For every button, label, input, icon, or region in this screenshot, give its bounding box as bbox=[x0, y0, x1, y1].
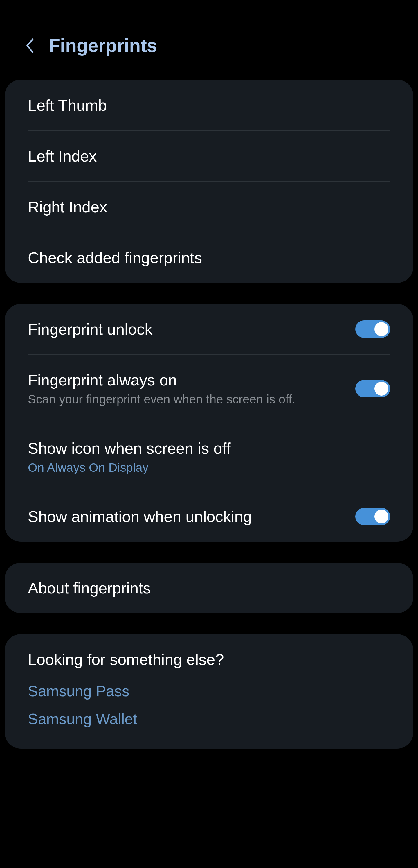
fingerprint-item-left-thumb[interactable]: Left Thumb bbox=[28, 80, 390, 131]
show-icon-label: Show icon when screen is off bbox=[28, 439, 390, 457]
toggle-knob bbox=[375, 382, 388, 396]
show-animation-toggle[interactable] bbox=[355, 508, 390, 525]
fingerprint-always-on-subtitle: Scan your fingerprint even when the scre… bbox=[28, 393, 355, 406]
fingerprint-unlock-toggle[interactable] bbox=[355, 320, 390, 338]
fingerprint-item-right-index[interactable]: Right Index bbox=[28, 182, 390, 232]
fingerprint-unlock-label: Fingerprint unlock bbox=[28, 320, 355, 338]
fingerprint-always-on-toggle[interactable] bbox=[355, 380, 390, 397]
about-fingerprints-button[interactable]: About fingerprints bbox=[5, 563, 413, 613]
show-animation-label: Show animation when unlocking bbox=[28, 507, 355, 526]
about-fingerprints-label: About fingerprints bbox=[28, 579, 390, 597]
footer-card: Looking for something else? Samsung Pass… bbox=[5, 634, 413, 749]
page-header: Fingerprints bbox=[0, 0, 418, 80]
back-icon[interactable] bbox=[23, 36, 37, 55]
show-animation-row[interactable]: Show animation when unlocking bbox=[28, 491, 390, 542]
fingerprint-always-on-label: Fingerprint always on bbox=[28, 371, 355, 389]
fingerprint-item-left-index[interactable]: Left Index bbox=[28, 131, 390, 182]
fingerprints-card: Left Thumb Left Index Right Index Check … bbox=[5, 80, 413, 283]
fingerprint-label: Left Index bbox=[28, 147, 390, 165]
samsung-wallet-link[interactable]: Samsung Wallet bbox=[28, 710, 390, 728]
samsung-pass-link[interactable]: Samsung Pass bbox=[28, 682, 390, 700]
check-fingerprints-button[interactable]: Check added fingerprints bbox=[28, 232, 390, 283]
fingerprint-unlock-row[interactable]: Fingerprint unlock bbox=[28, 304, 390, 355]
settings-card: Fingerprint unlock Fingerprint always on… bbox=[5, 304, 413, 542]
fingerprint-label: Left Thumb bbox=[28, 96, 390, 114]
check-fingerprints-label: Check added fingerprints bbox=[28, 249, 390, 267]
show-icon-value: On Always On Display bbox=[28, 461, 390, 475]
show-icon-row[interactable]: Show icon when screen is off On Always O… bbox=[28, 423, 390, 491]
fingerprint-label: Right Index bbox=[28, 198, 390, 216]
toggle-knob bbox=[375, 509, 388, 524]
fingerprint-always-on-row[interactable]: Fingerprint always on Scan your fingerpr… bbox=[28, 355, 390, 423]
page-title: Fingerprints bbox=[49, 35, 157, 56]
footer-heading: Looking for something else? bbox=[28, 650, 390, 669]
toggle-knob bbox=[375, 322, 388, 336]
